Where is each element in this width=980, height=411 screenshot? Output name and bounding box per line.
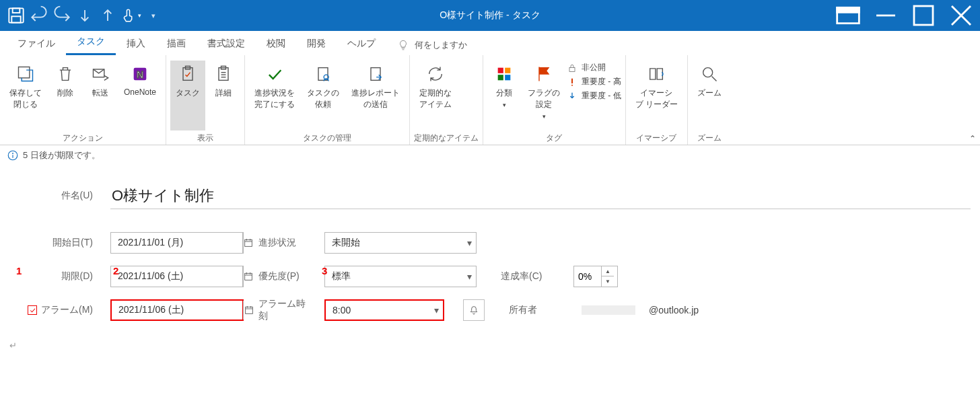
alarm-date-field[interactable]: [110, 299, 244, 321]
percent-label: 達成率(C): [501, 270, 561, 283]
forward-button[interactable]: 転送: [83, 61, 117, 130]
window-title: O様サイト制作 - タスク: [440, 9, 540, 22]
categorize-button[interactable]: 分類▾: [487, 61, 521, 130]
owner-domain: @outlook.jp: [649, 305, 699, 315]
tab-developer[interactable]: 開発: [296, 34, 337, 55]
alarm-checkbox[interactable]: [28, 305, 37, 315]
chevron-down-icon: ▾: [467, 271, 472, 282]
ribbon: 保存して 閉じる 削除 転送 NOneNote アクション タスク 詳細 表示 …: [0, 55, 980, 145]
owner-name-redacted: [582, 305, 635, 315]
due-date-label: 期限(D): [9, 270, 110, 283]
start-date-input[interactable]: [111, 237, 242, 248]
redo-icon[interactable]: [51, 5, 73, 26]
svg-rect-43: [246, 307, 253, 313]
assign-task-button[interactable]: タスクの 依頼: [302, 61, 345, 130]
svg-rect-24: [505, 68, 510, 73]
alarm-time-select[interactable]: 8:00▾: [324, 299, 444, 321]
alarm-sound-button[interactable]: [463, 299, 485, 321]
svg-rect-27: [569, 67, 575, 71]
svg-rect-6: [914, 6, 933, 25]
low-importance-button[interactable]: 重要度 - 低: [567, 90, 621, 102]
high-importance-button[interactable]: 重要度 - 高: [567, 76, 621, 87]
svg-rect-9: [19, 67, 30, 78]
owner-label: 所有者: [509, 304, 569, 316]
task-view-button[interactable]: タスク: [170, 61, 205, 130]
tab-insert[interactable]: 挿入: [116, 34, 156, 55]
mark-complete-button[interactable]: 進捗状況を 完了にする: [249, 61, 300, 130]
clipboard-send-icon: [365, 63, 386, 85]
send-status-button[interactable]: 進捗レポート の送信: [346, 61, 405, 130]
tab-format[interactable]: 書式設定: [197, 34, 256, 55]
save-close-button[interactable]: 保存して 閉じる: [4, 61, 47, 130]
collapse-ribbon-icon[interactable]: ⌃: [969, 134, 976, 143]
subject-input[interactable]: [110, 183, 971, 209]
start-date-field[interactable]: [110, 232, 244, 254]
status-select[interactable]: 未開始▾: [324, 232, 477, 254]
book-speaker-icon: [645, 63, 667, 85]
calendar-icon[interactable]: [243, 301, 254, 320]
due-date-input[interactable]: [111, 271, 242, 282]
close-icon[interactable]: [942, 0, 980, 31]
group-tags-label: タグ: [487, 130, 621, 147]
followup-button[interactable]: フラグの 設定▾: [522, 61, 565, 130]
group-actions-label: アクション: [4, 130, 162, 147]
recurrence-button[interactable]: 定期的な アイテム: [414, 61, 457, 130]
trash-icon: [55, 63, 76, 85]
svg-rect-4: [837, 7, 860, 12]
group-immersive: イマーシ ブ リーダー イマーシブ: [626, 55, 688, 145]
alarm-time-label: アラーム時刻: [258, 298, 312, 322]
tab-help[interactable]: ヘルプ: [337, 34, 386, 55]
start-date-label: 開始日(T): [9, 237, 110, 249]
private-button[interactable]: 非公開: [567, 62, 621, 73]
group-show-label: 表示: [170, 130, 240, 147]
spin-down-icon[interactable]: ▼: [602, 276, 614, 287]
calendar-icon[interactable]: [242, 233, 254, 253]
touch-mode-icon[interactable]: ▾: [120, 5, 141, 26]
tab-file[interactable]: ファイル: [7, 34, 66, 55]
tab-review[interactable]: 校閲: [256, 34, 296, 55]
undo-icon[interactable]: [28, 5, 50, 26]
high-importance-icon: [567, 77, 578, 87]
annotation-2: 2: [113, 265, 118, 276]
maximize-icon[interactable]: [905, 0, 942, 31]
delete-button[interactable]: 削除: [48, 61, 82, 130]
alarm-date-input[interactable]: [112, 305, 243, 315]
svg-text:N: N: [137, 69, 143, 80]
tab-task[interactable]: タスク: [66, 32, 116, 55]
onenote-button[interactable]: NOneNote: [118, 61, 162, 130]
save-icon[interactable]: [5, 5, 27, 26]
flag-icon: [533, 63, 555, 85]
tab-draw[interactable]: 描画: [156, 34, 197, 55]
clipboard-person-icon: [312, 63, 334, 85]
qat-customize-icon[interactable]: ▾: [143, 5, 164, 26]
next-icon[interactable]: [97, 5, 118, 26]
tell-me-search[interactable]: 何をしますか: [386, 35, 478, 55]
svg-point-29: [571, 84, 573, 85]
due-date-field[interactable]: [110, 266, 244, 287]
title-bar: ▾ ▾ O様サイト制作 - タスク: [0, 0, 980, 31]
svg-point-30: [703, 68, 713, 77]
immersive-reader-button[interactable]: イマーシ ブ リーダー: [630, 61, 683, 130]
percent-input[interactable]: [574, 271, 601, 282]
chevron-down-icon: ▾: [434, 305, 439, 315]
info-bar: 5 日後が期限です。: [0, 145, 980, 165]
zoom-button[interactable]: ズーム: [692, 61, 727, 130]
tell-me-label: 何をしますか: [415, 39, 467, 51]
percent-complete-spinner[interactable]: ▲▼: [573, 266, 618, 287]
task-body-area[interactable]: ↵: [9, 340, 980, 350]
group-recurrence-label: 定期的なアイテム: [414, 130, 479, 147]
task-form: 件名(U) 開始日(T) 進捗状況 未開始▾ 1 期限(D) 2 優先度(P) …: [0, 165, 980, 327]
svg-rect-39: [245, 273, 252, 280]
annotation-1: 1: [16, 265, 22, 276]
ribbon-display-icon[interactable]: [829, 0, 867, 31]
svg-line-31: [712, 77, 717, 81]
spin-up-icon[interactable]: ▲: [602, 266, 614, 276]
priority-select[interactable]: 標準▾: [324, 266, 477, 287]
calendar-icon[interactable]: [242, 266, 254, 287]
details-button[interactable]: 詳細: [207, 61, 240, 130]
minimize-icon[interactable]: [867, 0, 905, 31]
group-show: タスク 詳細 表示: [166, 55, 245, 145]
svg-point-34: [13, 153, 13, 154]
prev-icon[interactable]: [74, 5, 96, 26]
annotation-3: 3: [322, 265, 327, 276]
